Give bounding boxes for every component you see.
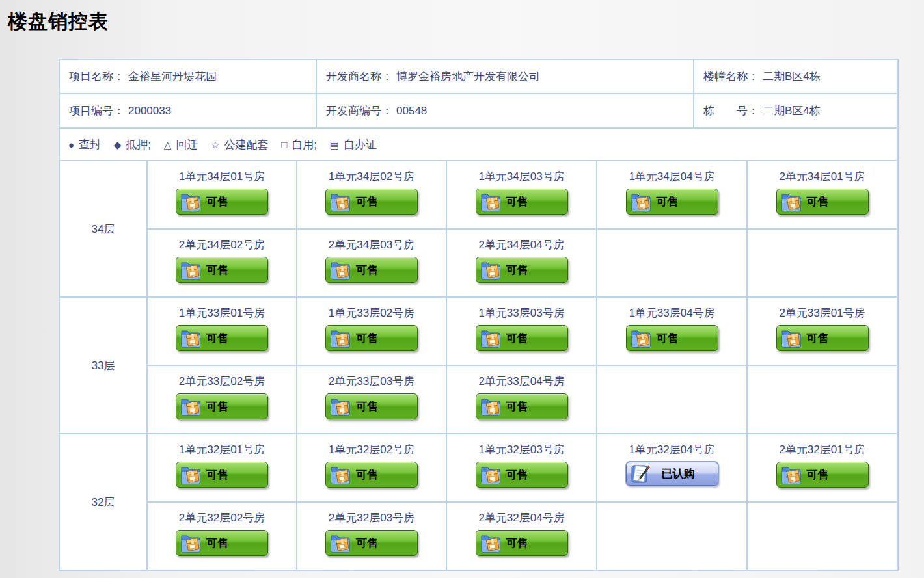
room-status-button-available[interactable]: 可售	[626, 325, 718, 351]
empty-unit-cell	[597, 229, 747, 297]
legend-bar: ●查封 ◆抵押; △回迁 ☆公建配套 □自用; ▤自办证	[59, 128, 897, 161]
unit-cell: 2单元32层01号房可售	[747, 434, 897, 502]
info-row-1: 项目名称：金裕星河丹堤花园 开发商名称：博罗金裕房地产开发有限公司 楼幢名称：二…	[59, 59, 897, 94]
relocation-icon: △	[164, 139, 172, 150]
room-label: 1单元32层01号房	[148, 442, 295, 457]
folder-package-icon	[480, 464, 502, 485]
room-label: 1单元34层01号房	[148, 169, 295, 184]
room-status-button-available[interactable]: 可售	[476, 393, 568, 419]
status-label: 可售	[807, 467, 829, 482]
status-label: 可售	[506, 536, 528, 551]
room-status-button-available[interactable]: 可售	[776, 189, 869, 215]
room-label: 2单元33层04号房	[448, 374, 595, 389]
empty-unit-cell	[597, 502, 747, 570]
unit-cell: 1单元34层04号房可售	[597, 161, 747, 229]
project-name-label: 项目名称：	[69, 70, 124, 83]
room-status-button-available[interactable]: 可售	[325, 325, 418, 351]
room-label: 1单元33层04号房	[598, 306, 746, 321]
folder-package-icon	[180, 532, 202, 553]
developer-no-label: 开发商编号：	[326, 105, 392, 117]
floor-grid-row: 2单元33层02号房可售2单元33层03号房可售2单元33层04号房可售	[59, 365, 897, 434]
room-status-button-subscribed[interactable]: 已认购	[626, 462, 718, 486]
status-label: 可售	[807, 194, 829, 209]
unit-cell: 1单元33层01号房可售	[147, 297, 297, 365]
floor-grid-row: 2单元34层02号房可售2单元34层03号房可售2单元34层04号房可售	[59, 229, 897, 297]
folder-package-icon	[480, 396, 502, 417]
folder-package-icon	[780, 464, 802, 485]
sales-control-table: 项目名称：金裕星河丹堤花园 开发商名称：博罗金裕房地产开发有限公司 楼幢名称：二…	[59, 59, 898, 571]
legend-item-sealed: ●查封	[68, 138, 101, 151]
room-status-button-available[interactable]: 可售	[476, 530, 568, 556]
room-status-button-available[interactable]: 可售	[325, 462, 418, 488]
folder-package-icon	[180, 191, 202, 212]
developer-no-value: 00548	[396, 105, 427, 117]
folder-package-icon	[180, 464, 202, 485]
room-status-button-available[interactable]: 可售	[476, 189, 568, 215]
room-status-button-available[interactable]: 可售	[476, 462, 568, 488]
room-label: 1单元34层04号房	[598, 169, 746, 184]
unit-cell: 2单元33层01号房可售	[747, 297, 897, 365]
room-label: 1单元33层01号房	[148, 306, 295, 321]
room-status-button-available[interactable]: 可售	[776, 462, 869, 488]
unit-cell: 1单元33层04号房可售	[597, 297, 747, 365]
unit-cell: 1单元33层03号房可售	[446, 297, 597, 365]
folder-package-icon	[480, 328, 502, 348]
room-label: 2单元34层03号房	[298, 237, 445, 252]
room-status-button-available[interactable]: 可售	[476, 257, 568, 283]
empty-unit-cell	[597, 365, 747, 434]
unit-cell: 1单元34层01号房可售	[147, 161, 297, 229]
room-status-button-available[interactable]: 可售	[325, 393, 418, 419]
folder-package-icon	[780, 328, 802, 348]
unit-cell: 1单元34层02号房可售	[297, 161, 446, 229]
unit-cell: 2单元33层04号房可售	[446, 365, 597, 434]
folder-package-icon	[630, 191, 652, 212]
status-label: 可售	[356, 467, 378, 482]
room-status-button-available[interactable]: 可售	[176, 530, 268, 556]
room-status-button-available[interactable]: 可售	[325, 257, 418, 283]
folder-package-icon	[780, 191, 802, 212]
folder-package-icon	[329, 191, 351, 212]
status-label: 可售	[206, 194, 228, 209]
room-status-button-available[interactable]: 可售	[176, 393, 268, 419]
room-label: 1单元34层02号房	[298, 169, 445, 184]
status-label: 可售	[206, 467, 228, 482]
floor-label: 32层	[59, 434, 147, 570]
unit-cell: 2单元34层01号房可售	[747, 161, 897, 229]
folder-package-icon	[180, 328, 202, 348]
block-no-label: 栋 号：	[703, 105, 759, 117]
room-status-button-available[interactable]: 可售	[325, 189, 418, 215]
status-label: 可售	[657, 194, 679, 209]
folder-package-icon	[329, 396, 351, 417]
status-label: 可售	[506, 331, 528, 346]
unit-cell: 1单元34层03号房可售	[446, 161, 597, 229]
building-name-label: 楼幢名称：	[703, 70, 759, 83]
empty-unit-cell	[747, 229, 897, 297]
room-status-button-available[interactable]: 可售	[776, 325, 869, 351]
folder-package-icon	[180, 259, 202, 280]
status-label: 可售	[506, 194, 528, 209]
info-row-2: 项目编号：2000033 开发商编号：00548 栋 号：二期B区4栋	[59, 94, 897, 128]
project-no-cell: 项目编号：2000033	[59, 94, 316, 128]
status-label: 可售	[506, 467, 528, 482]
unit-cell: 1单元32层03号房可售	[446, 434, 597, 502]
room-status-button-available[interactable]: 可售	[176, 189, 268, 215]
legend-item-self-use: □自用;	[281, 138, 317, 151]
room-label: 1单元34层03号房	[448, 169, 595, 184]
floor-grid-row: 34层1单元34层01号房可售1单元34层02号房可售1单元34层03号房可售1…	[59, 161, 897, 229]
legend-item-public-facility: ☆公建配套	[211, 138, 268, 151]
room-status-button-available[interactable]: 可售	[176, 257, 268, 283]
room-label: 2单元32层03号房	[298, 510, 445, 525]
folder-package-icon	[480, 191, 502, 212]
room-status-button-available[interactable]: 可售	[626, 189, 718, 215]
status-label: 可售	[206, 399, 228, 414]
mortgage-icon: ◆	[114, 139, 122, 150]
room-status-button-available[interactable]: 可售	[476, 325, 568, 351]
status-label: 可售	[206, 331, 228, 346]
room-status-button-available[interactable]: 可售	[176, 325, 268, 351]
status-label: 可售	[356, 399, 378, 414]
room-status-button-available[interactable]: 可售	[325, 530, 418, 556]
status-label: 可售	[506, 263, 528, 278]
room-status-button-available[interactable]: 可售	[176, 462, 268, 488]
status-label: 可售	[356, 331, 378, 346]
folder-package-icon	[329, 532, 351, 553]
